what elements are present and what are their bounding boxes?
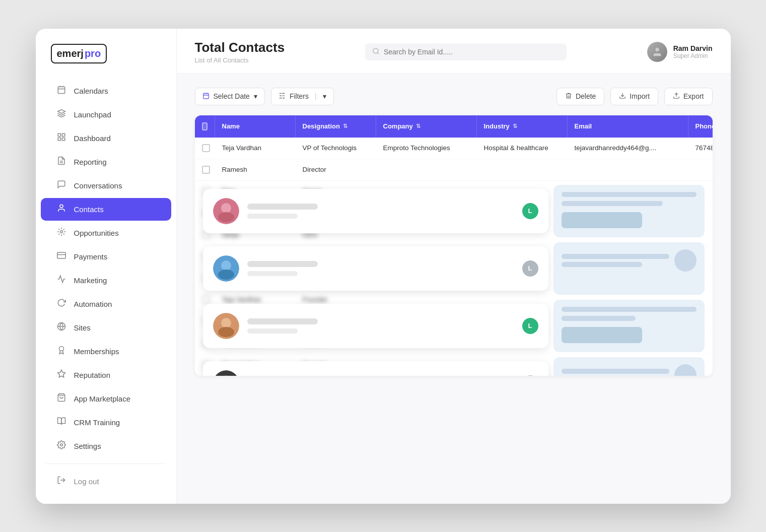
right-detail-card	[553, 357, 705, 376]
td-checkbox[interactable]	[195, 138, 215, 159]
sidebar-item-label: Sites	[74, 323, 91, 332]
search-input[interactable]	[384, 48, 560, 56]
toolbar: Select Date ▾ Filters | ▾ Delete	[195, 88, 713, 105]
contacts-icon	[56, 204, 67, 215]
card-row-2: L	[203, 242, 705, 295]
reputation-icon	[56, 369, 67, 381]
detail-btn	[562, 212, 643, 228]
sidebar-item-sites[interactable]: Sites	[41, 316, 171, 339]
sidebar-item-opportunities[interactable]: Opportunities	[41, 222, 171, 244]
td-designation: Director	[296, 159, 376, 180]
select-date-button[interactable]: Select Date ▾	[195, 88, 265, 105]
reporting-icon	[56, 156, 67, 168]
delete-button[interactable]: Delete	[556, 88, 604, 105]
sites-icon	[56, 322, 67, 334]
sidebar-item-app-marketplace[interactable]: App Marketplace	[41, 387, 171, 410]
sort-icon-2[interactable]: ⇅	[416, 123, 421, 129]
conversations-icon	[56, 180, 67, 191]
td-checkbox[interactable]	[195, 159, 215, 180]
header-search	[365, 43, 567, 60]
card-row-4: L	[203, 357, 705, 376]
card-badge: L	[522, 260, 538, 277]
search-box[interactable]	[365, 43, 567, 60]
contact-card: L	[203, 189, 548, 233]
td-designation: VP of Technologis	[296, 138, 376, 158]
delete-label: Delete	[576, 92, 596, 100]
table-row: Teja Vardhan VP of Technologis Emproto T…	[195, 138, 713, 159]
sidebar-item-conversations[interactable]: Conversations	[41, 174, 171, 197]
select-all-checkbox[interactable]	[202, 122, 207, 130]
sidebar-item-reputation[interactable]: Reputation	[41, 364, 171, 386]
card-badge: L	[522, 203, 538, 219]
logout-button[interactable]: Log out	[41, 470, 171, 493]
td-industry	[477, 163, 568, 176]
payments-icon	[56, 251, 67, 262]
sidebar-item-memberships[interactable]: Memberships	[41, 340, 171, 363]
filters-label: Filters	[290, 92, 309, 100]
col-name-label: Name	[222, 122, 240, 130]
marketing-icon	[56, 275, 67, 286]
opportunities-icon	[56, 227, 67, 239]
sidebar-item-label: Memberships	[74, 347, 119, 356]
sidebar-item-label: Automation	[74, 300, 112, 308]
detail-bar	[562, 262, 643, 267]
sidebar-item-marketing[interactable]: Marketing	[41, 269, 171, 292]
export-button[interactable]: Export	[664, 88, 712, 105]
detail-btn	[562, 327, 643, 343]
td-company	[376, 163, 477, 176]
td-email	[568, 163, 688, 176]
chevron-down-icon-2: ▾	[323, 92, 326, 100]
sidebar-item-calendars[interactable]: Calendars	[41, 80, 171, 102]
right-detail-card	[553, 300, 705, 352]
sort-icon-3[interactable]: ⇅	[513, 123, 517, 129]
td-industry: Hospital & healthcare	[477, 138, 568, 158]
row-checkbox[interactable]	[202, 166, 210, 174]
filter-icon	[278, 92, 286, 101]
logo-pro: pro	[85, 48, 101, 59]
sidebar-item-settings[interactable]: Settings	[41, 435, 171, 457]
svg-point-21	[373, 48, 378, 53]
right-avatar	[674, 249, 697, 272]
automation-icon	[56, 298, 67, 310]
page-title: Total Contacts	[195, 40, 285, 55]
logout-label: Log out	[74, 477, 99, 486]
sidebar-item-label: Settings	[74, 442, 101, 450]
contact-card: L	[203, 246, 548, 291]
sidebar-item-launchpad[interactable]: Launchpad	[41, 103, 171, 126]
col-company-label: Company	[383, 122, 413, 130]
card-row-3: L	[203, 300, 705, 352]
sidebar-item-crm-training[interactable]: CRM Training	[41, 411, 171, 434]
sidebar-item-dashboard[interactable]: Dashboard	[41, 127, 171, 150]
export-icon	[673, 92, 680, 101]
svg-point-47	[218, 327, 234, 337]
right-detail-card	[553, 242, 705, 295]
sort-icon[interactable]: ⇅	[343, 123, 347, 129]
sidebar-item-automation[interactable]: Automation	[41, 293, 171, 315]
svg-marker-17	[57, 370, 65, 377]
svg-line-22	[377, 52, 379, 54]
sidebar-item-reporting[interactable]: Reporting	[41, 151, 171, 173]
contact-card: L	[203, 304, 548, 348]
svg-point-40	[221, 203, 231, 213]
select-date-label: Select Date	[214, 92, 250, 100]
content-area: Select Date ▾ Filters | ▾ Delete	[177, 74, 731, 504]
sidebar-item-label: Conversations	[74, 181, 122, 190]
logo-emerj: emerj	[57, 48, 84, 59]
sidebar-item-payments[interactable]: Payments	[41, 245, 171, 268]
svg-rect-4	[58, 134, 60, 136]
export-label: Export	[683, 92, 704, 100]
col-designation-label: Designation	[303, 122, 340, 130]
sidebar-item-label: App Marketplace	[74, 394, 131, 403]
sidebar-item-contacts[interactable]: Contacts	[41, 198, 171, 221]
row-checkbox[interactable]	[202, 144, 210, 152]
card-badge: L	[522, 318, 538, 334]
import-button[interactable]: Import	[610, 88, 658, 105]
th-email: Email	[568, 115, 688, 138]
th-designation: Designation ⇅	[296, 115, 376, 138]
filters-button[interactable]: Filters | ▾	[271, 88, 334, 105]
sidebar-item-label: Dashboard	[74, 134, 111, 143]
td-company: Emproto Technologies	[376, 138, 477, 158]
card-avatar	[213, 313, 239, 339]
th-checkbox	[195, 115, 215, 138]
user-role: Super Admin	[673, 52, 713, 59]
